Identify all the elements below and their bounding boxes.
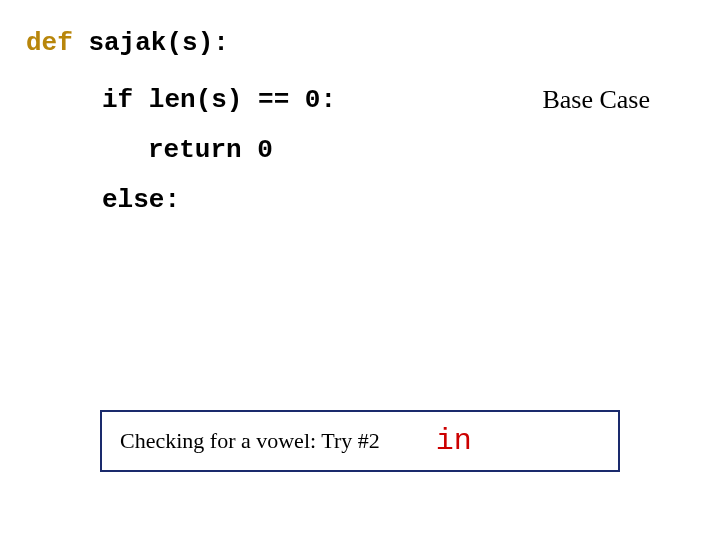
code-line-def: def sajak(s): bbox=[26, 28, 229, 58]
return-value: 0 bbox=[242, 135, 273, 165]
keyword-def: def bbox=[26, 28, 73, 58]
keyword-if: if bbox=[102, 85, 133, 115]
else-colon: : bbox=[164, 185, 180, 215]
annotation-base-case: Base Case bbox=[542, 85, 650, 115]
code-line-else: else: bbox=[102, 185, 180, 215]
hint-box: Checking for a vowel: Try #2 in bbox=[100, 410, 620, 472]
hint-text: Checking for a vowel: Try #2 bbox=[120, 428, 380, 454]
if-condition: len(s) == 0: bbox=[133, 85, 336, 115]
keyword-else: else bbox=[102, 185, 164, 215]
keyword-return: return bbox=[148, 135, 242, 165]
code-line-return: return 0 bbox=[148, 135, 273, 165]
hint-keyword-in: in bbox=[436, 424, 472, 458]
code-line-if: if len(s) == 0: bbox=[102, 85, 336, 115]
func-signature: sajak(s): bbox=[73, 28, 229, 58]
